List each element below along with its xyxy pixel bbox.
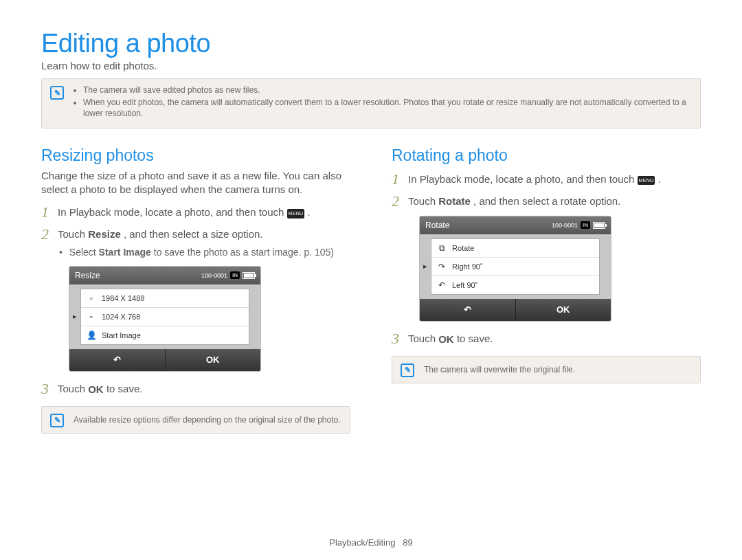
note-icon: ✎ (401, 363, 414, 377)
camera-titlebar: Rotate 100-0001 IN (420, 216, 611, 234)
footer-section: Playback/Editing (329, 537, 395, 548)
rotate-off-icon: ⧉ (436, 243, 448, 253)
option-label: Rotate (452, 244, 474, 252)
menu-icon: MENU (287, 209, 305, 219)
rotating-heading: Rotating a photo (392, 146, 701, 165)
storage-icon: IN (581, 221, 590, 229)
page-footer: Playback/Editing 89 (0, 537, 742, 548)
top-note-box: ✎ The camera will save edited photos as … (41, 78, 701, 128)
rotate-camera-ui: Rotate 100-0001 IN ⧉ Rotate ↷ (419, 216, 611, 322)
ok-button[interactable]: OK (516, 299, 611, 321)
step-number: 1 (392, 172, 408, 187)
top-note-bullet: The camera will save edited photos as ne… (83, 85, 692, 96)
menu-icon: MENU (638, 176, 655, 186)
rotate-step-3: 3 Touch OK to save. (392, 331, 701, 346)
note-icon: ✎ (50, 86, 64, 100)
resize-option[interactable]: 👤 Start Image (81, 326, 249, 344)
rotate-step-2: 2 Touch Rotate , and then select a rotat… (392, 194, 701, 209)
camera-status: 100-0001 IN (552, 221, 605, 229)
resize-step-1: 1 In Playback mode, locate a photo, and … (41, 205, 350, 220)
camera-title: Resize (75, 271, 100, 280)
resolution-icon: ▫ (85, 293, 98, 303)
step-text: In Playback mode, locate a photo, and th… (408, 173, 638, 185)
step-text: . (658, 173, 661, 185)
back-button[interactable]: ↶ (420, 299, 516, 321)
resolution-icon: ▫ (85, 312, 98, 322)
footnote-text: The camera will overwrite the original f… (424, 365, 575, 374)
top-note-bullet: When you edit photos, the camera will au… (83, 97, 692, 119)
option-label: Start Image (102, 331, 141, 339)
resizing-heading: Resizing photos (41, 146, 350, 165)
option-label: 1984 X 1488 (102, 294, 144, 302)
option-label: 1024 X 768 (102, 313, 140, 321)
battery-icon (243, 272, 255, 279)
step-text: Touch (408, 333, 438, 344)
step-text: Touch (58, 383, 88, 394)
rotate-option[interactable]: ⧉ Rotate (431, 239, 599, 258)
rotating-column: Rotating a photo 1 In Playback mode, loc… (392, 141, 701, 434)
step-text: In Playback mode, locate a photo, and th… (58, 206, 287, 218)
page-title: Editing a photo (41, 29, 701, 58)
step-number: 3 (392, 331, 408, 346)
resize-option-list: ▫ 1984 X 1488 ▫ 1024 X 768 👤 Start Image (80, 289, 249, 345)
camera-button-bar: ↶ OK (69, 349, 260, 371)
rotate-option[interactable]: ↶ Left 90˚ (431, 276, 599, 294)
camera-button-bar: ↶ OK (420, 299, 611, 321)
back-icon: ↶ (113, 355, 121, 365)
resize-step-3: 3 Touch OK to save. (41, 381, 350, 396)
ok-button[interactable]: OK (166, 349, 261, 371)
resize-option[interactable]: ▫ 1984 X 1488 (81, 289, 249, 308)
note-icon: ✎ (50, 414, 64, 427)
battery-icon (593, 222, 605, 229)
camera-fileno: 100-0001 (201, 272, 227, 279)
camera-fileno: 100-0001 (552, 222, 578, 229)
step-text: to save. (106, 383, 143, 394)
resizing-intro: Change the size of a photo and save it a… (41, 169, 350, 197)
page-subtitle: Learn how to edit photos. (41, 60, 701, 71)
resizing-column: Resizing photos Change the size of a pho… (41, 141, 350, 434)
option-label: Left 90˚ (452, 281, 477, 289)
start-image-icon: 👤 (85, 331, 98, 340)
step-text: Touch (58, 228, 88, 240)
camera-titlebar: Resize 100-0001 IN (69, 267, 260, 284)
page: Editing a photo Learn how to edit photos… (0, 0, 742, 560)
rotate-step-1: 1 In Playback mode, locate a photo, and … (392, 172, 701, 187)
back-button[interactable]: ↶ (69, 349, 166, 371)
step-number: 1 (41, 205, 58, 220)
top-note-list: The camera will save edited photos as ne… (74, 85, 692, 121)
resize-substep: Select Start Image to save the photo as … (67, 246, 350, 259)
resize-footnote: ✎ Available resize options differ depend… (41, 406, 350, 434)
rotate-option[interactable]: ↷ Right 90˚ (431, 258, 599, 276)
step-bold: Rotate (438, 195, 471, 207)
footer-page-number: 89 (403, 537, 412, 548)
rotate-left-icon: ↶ (436, 280, 448, 290)
camera-title: Rotate (425, 221, 449, 230)
rotate-option-list: ⧉ Rotate ↷ Right 90˚ ↶ Left 90˚ (431, 238, 600, 295)
step-text: , and then select a rotate option. (473, 195, 620, 207)
ok-icon: OK (88, 382, 104, 396)
footnote-text: Available resize options differ dependin… (74, 415, 341, 425)
step-text: Touch (408, 195, 438, 207)
resize-step-2: 2 Touch Resize , and then select a size … (41, 227, 350, 242)
storage-icon: IN (230, 271, 240, 279)
camera-status: 100-0001 IN (201, 271, 255, 279)
step-bold: Resize (88, 228, 121, 240)
back-icon: ↶ (464, 304, 471, 315)
step-number: 2 (392, 194, 408, 209)
ok-icon: OK (438, 332, 454, 346)
resize-option[interactable]: ▫ 1024 X 768 (81, 308, 249, 326)
rotate-footnote: ✎ The camera will overwrite the original… (392, 356, 701, 383)
step-number: 3 (41, 381, 58, 396)
step-text: to save. (457, 333, 493, 344)
step-text: . (308, 206, 311, 218)
resize-camera-ui: Resize 100-0001 IN ▫ 1984 X 1488 (69, 266, 261, 372)
step-number: 2 (41, 227, 58, 242)
step-text: , and then select a size option. (124, 228, 263, 240)
rotate-right-icon: ↷ (436, 262, 448, 271)
option-label: Right 90˚ (452, 262, 483, 271)
